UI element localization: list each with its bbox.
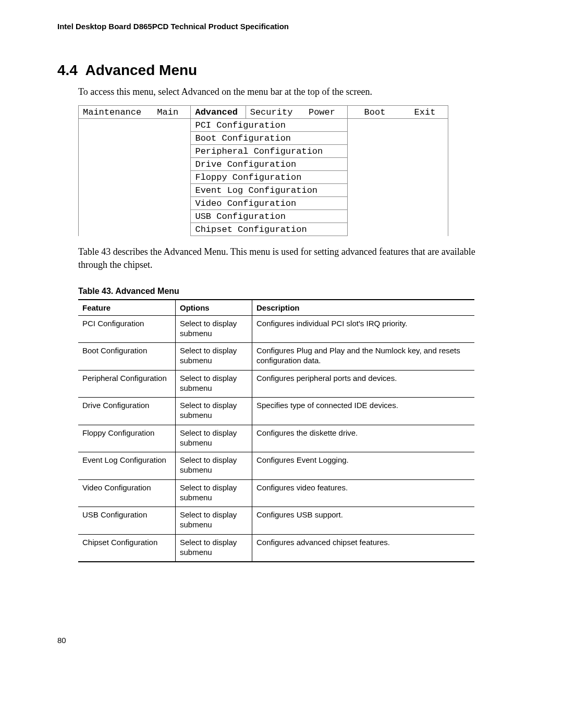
cell-description: Configures advanced chipset features. — [252, 534, 475, 562]
menu-bar-row: Maintenance Main Advanced Security Power… — [79, 106, 448, 119]
th-description: Description — [252, 300, 475, 316]
menu-main: Main — [153, 106, 191, 119]
cell-options: Select to display submenu — [176, 398, 252, 425]
cell-feature: USB Configuration — [78, 507, 176, 535]
cell-feature: Peripheral Configuration — [78, 370, 176, 398]
table-row: Chipset ConfigurationSelect to display s… — [78, 534, 474, 562]
menu-advanced: Advanced — [191, 106, 246, 119]
menu-security: Security — [246, 106, 304, 119]
table-row: Event Log ConfigurationSelect to display… — [78, 452, 474, 480]
table-row: Boot ConfigurationSelect to display subm… — [78, 343, 474, 371]
submenu-item: Event Log Configuration — [191, 184, 348, 197]
cell-options: Select to display submenu — [176, 479, 252, 507]
section-number: 4.4 — [57, 62, 78, 78]
menu-maintenance: Maintenance — [79, 106, 153, 119]
cell-feature: Event Log Configuration — [78, 452, 176, 480]
submenu-item: Chipset Configuration — [191, 223, 348, 236]
menu-boot: Boot — [348, 106, 402, 119]
th-feature: Feature — [78, 300, 176, 316]
table-row: Floppy ConfigurationSelect to display su… — [78, 425, 474, 452]
cell-options: Select to display submenu — [176, 315, 252, 343]
cell-feature: Chipset Configuration — [78, 534, 176, 562]
cell-description: Configures video features. — [252, 479, 475, 507]
submenu-item: PCI Configuration — [191, 119, 348, 132]
menu-power: Power — [304, 106, 348, 119]
cell-description: Configures USB support. — [252, 507, 475, 535]
intro-text: To access this menu, select Advanced on … — [78, 86, 506, 98]
submenu-item: USB Configuration — [191, 210, 348, 223]
cell-feature: PCI Configuration — [78, 315, 176, 343]
table-row: Drive ConfigurationSelect to display sub… — [78, 398, 474, 425]
cell-feature: Floppy Configuration — [78, 425, 176, 452]
cell-options: Select to display submenu — [176, 425, 252, 452]
cell-options: Select to display submenu — [176, 452, 252, 480]
cell-feature: Boot Configuration — [78, 343, 176, 371]
cell-description: Configures the diskette drive. — [252, 425, 475, 452]
table-ref-text: Table 43 describes the Advanced Menu. Th… — [78, 245, 506, 271]
feature-table: Feature Options Description PCI Configur… — [78, 299, 474, 563]
submenu-item: Peripheral Configuration — [191, 145, 348, 158]
page-number: 80 — [57, 636, 66, 645]
cell-description: Configures individual PCI slot's IRQ pri… — [252, 315, 475, 343]
section-title: Advanced Menu — [85, 62, 197, 78]
section-heading: 4.4 Advanced Menu — [57, 62, 506, 79]
submenu-item: Drive Configuration — [191, 158, 348, 171]
table-row: USB ConfigurationSelect to display subme… — [78, 507, 474, 535]
table-caption: Table 43. Advanced Menu — [78, 287, 506, 296]
th-options: Options — [176, 300, 252, 316]
cell-description: Configures peripheral ports and devices. — [252, 370, 475, 398]
bios-menu-table: Maintenance Main Advanced Security Power… — [78, 105, 448, 236]
table-row: Peripheral ConfigurationSelect to displa… — [78, 370, 474, 398]
running-header: Intel Desktop Board D865PCD Technical Pr… — [57, 22, 506, 31]
cell-feature: Drive Configuration — [78, 398, 176, 425]
cell-description: Configures Plug and Play and the Numlock… — [252, 343, 475, 371]
feature-table-header: Feature Options Description — [78, 300, 474, 316]
cell-options: Select to display submenu — [176, 343, 252, 371]
submenu-item: Video Configuration — [191, 197, 348, 210]
cell-options: Select to display submenu — [176, 534, 252, 562]
table-row: Video ConfigurationSelect to display sub… — [78, 479, 474, 507]
menu-exit: Exit — [402, 106, 448, 119]
cell-feature: Video Configuration — [78, 479, 176, 507]
cell-options: Select to display submenu — [176, 370, 252, 398]
table-row: PCI ConfigurationSelect to display subme… — [78, 315, 474, 343]
cell-description: Specifies type of connected IDE devices. — [252, 398, 475, 425]
cell-description: Configures Event Logging. — [252, 452, 475, 480]
submenu-item: Boot Configuration — [191, 132, 348, 145]
submenu-item: Floppy Configuration — [191, 171, 348, 184]
cell-options: Select to display submenu — [176, 507, 252, 535]
